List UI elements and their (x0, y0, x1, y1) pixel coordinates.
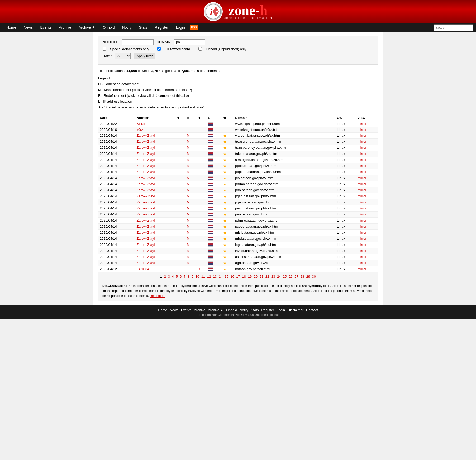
pagination-page[interactable]: 10 (196, 275, 199, 279)
pagination-page[interactable]: 14 (219, 275, 222, 279)
notifier-link[interactable]: Zarox~Ztayli (136, 182, 155, 186)
mirror-link[interactable]: mirror (358, 218, 366, 222)
mass-link[interactable]: M (187, 218, 190, 222)
pagination-page[interactable]: 12 (207, 275, 211, 279)
domain-link[interactable]: peso.bataan.gov.ph/zx.htm (235, 206, 276, 210)
notifier-link[interactable]: Zarox~Ztayli (136, 261, 155, 265)
pagination-page[interactable]: 16 (230, 275, 234, 279)
footer-register[interactable]: Register (261, 308, 274, 312)
mass-link[interactable]: M (187, 200, 190, 204)
mirror-link[interactable]: mirror (358, 249, 366, 253)
notifier-link[interactable]: Zarox~Ztayli (136, 146, 155, 150)
domain-link[interactable]: peo.bataan.gov.ph/zx.htm (235, 212, 274, 216)
search-input[interactable] (434, 24, 473, 31)
domain-link[interactable]: warden.bataan.gov.ph/zx.htm (235, 133, 280, 137)
mass-link[interactable]: M (187, 194, 190, 198)
mass-link[interactable]: M (187, 212, 190, 216)
mirror-link[interactable]: mirror (358, 261, 366, 265)
mass-link[interactable]: M (187, 140, 190, 143)
notifier-link[interactable]: Zarox~Ztayli (136, 231, 155, 234)
mirror-link[interactable]: mirror (358, 176, 366, 180)
mirror-link[interactable]: mirror (358, 152, 366, 156)
fulltext-checkbox[interactable] (157, 47, 161, 51)
mass-link[interactable]: M (187, 146, 190, 150)
mass-link[interactable]: M (187, 255, 190, 259)
redef-link[interactable]: R (198, 267, 200, 271)
pagination-page[interactable]: 25 (283, 275, 287, 279)
footer-notify[interactable]: Notify (240, 308, 248, 312)
notifier-link[interactable]: Zarox~Ztayli (136, 140, 155, 143)
date-select[interactable]: ALL 2020 2019 (115, 53, 131, 59)
mirror-link[interactable]: mirror (358, 182, 366, 186)
notifier-link[interactable]: Zarox~Ztayli (136, 158, 155, 162)
mirror-link[interactable]: mirror (358, 170, 366, 174)
pagination-page[interactable]: 8 (188, 275, 189, 279)
domain-link[interactable]: phrmo.bataan.gov.ph/zx.htm (235, 182, 278, 186)
notifier-link[interactable]: x0rz (136, 128, 143, 132)
domain-link[interactable]: transparency.bataan.gov.ph/zx.htm (235, 146, 288, 150)
domain-link[interactable]: www.plpasig.edu.ph/kent.html (235, 122, 280, 126)
mass-link[interactable]: M (187, 152, 190, 156)
mass-link[interactable]: M (187, 237, 190, 241)
mirror-link[interactable]: mirror (358, 237, 366, 241)
pagination-page[interactable]: 20 (254, 275, 258, 279)
domain-link[interactable]: popcom.bataan.gov.ph/zx.htm (235, 170, 281, 174)
domain-link[interactable]: mis.bataan.gov.ph/zx.htm (235, 231, 274, 234)
pagination-page[interactable]: 13 (213, 275, 217, 279)
mirror-link[interactable]: mirror (358, 243, 366, 247)
domain-link[interactable]: pdrrmo.bataan.gov.ph/zx.htm (235, 218, 279, 222)
domain-link[interactable]: bataan.gov.ph/sell.html (235, 267, 270, 271)
mass-link[interactable]: M (187, 170, 190, 174)
mirror-link[interactable]: mirror (358, 267, 366, 271)
mass-link[interactable]: M (187, 249, 190, 253)
mass-link[interactable]: M (187, 206, 190, 210)
footer-onhold[interactable]: Onhold (226, 308, 237, 312)
mirror-link[interactable]: mirror (358, 140, 366, 143)
domain-link[interactable]: pcedo.bataan.gov.ph/zx.htm (235, 224, 278, 228)
mirror-link[interactable]: mirror (358, 200, 366, 204)
pagination-page[interactable]: 6 (180, 275, 182, 279)
mirror-link[interactable]: mirror (358, 212, 366, 216)
rss-icon[interactable]: RSS (190, 25, 198, 30)
notifier-link[interactable]: Zarox~Ztayli (136, 249, 155, 253)
read-more-link[interactable]: Read more (150, 294, 165, 298)
nav-archive-star[interactable]: Archive ★ (75, 23, 99, 32)
pagination-page[interactable]: 19 (248, 275, 252, 279)
pagination-page[interactable]: 24 (277, 275, 281, 279)
pagination-page[interactable]: 21 (260, 275, 263, 279)
pagination-page[interactable]: 7 (184, 275, 185, 279)
domain-link[interactable]: pio.bataan.gov.ph/zx.htm (235, 176, 273, 180)
notifier-link[interactable]: Zarox~Ztayli (136, 255, 155, 259)
mirror-link[interactable]: mirror (358, 158, 366, 162)
pagination-page[interactable]: 26 (289, 275, 292, 279)
notifier-link[interactable]: Zarox~Ztayli (136, 164, 155, 168)
notifier-link[interactable]: Zarox~Ztayli (136, 224, 155, 228)
domain-link[interactable]: legal.bataan.gov.ph/zx.htm (235, 243, 276, 247)
notifier-link[interactable]: Zarox~Ztayli (136, 176, 155, 180)
nav-notify[interactable]: Notify (118, 23, 135, 32)
notifier-link[interactable]: Zarox~Ztayli (136, 188, 155, 192)
notifier-link[interactable]: Zarox~Ztayli (136, 152, 155, 156)
domain-link[interactable]: pgenro.bataan.gov.ph/zx.htm (235, 200, 279, 204)
domain-link[interactable]: ppdo.bataan.gov.ph/zx.htm (235, 164, 276, 168)
pagination-page[interactable]: 18 (242, 275, 246, 279)
mass-link[interactable]: M (187, 224, 190, 228)
pagination-page[interactable]: 17 (236, 275, 240, 279)
footer-stats[interactable]: Stats (251, 308, 259, 312)
domain-link[interactable]: pgso.bataan.gov.ph/zx.htm (235, 194, 276, 198)
footer-archive-star[interactable]: Archive ★ (208, 308, 223, 312)
mirror-link[interactable]: mirror (358, 255, 366, 259)
footer-events[interactable]: Events (181, 308, 192, 312)
pagination-page[interactable]: 5 (176, 275, 178, 279)
notifier-link[interactable]: L4NC34 (136, 267, 149, 271)
domain-link[interactable]: pho.bataan.gov.ph/zx.htm (235, 188, 274, 192)
notifier-link[interactable]: Zarox~Ztayli (136, 170, 155, 174)
notifier-link[interactable]: Zarox~Ztayli (136, 133, 155, 137)
nav-register[interactable]: Register (151, 23, 172, 32)
notifier-input[interactable] (122, 39, 154, 45)
pagination-page[interactable]: 3 (168, 275, 170, 279)
mirror-link[interactable]: mirror (358, 128, 366, 132)
domain-link[interactable]: treasurer.bataan.gov.ph/zx.htm (235, 140, 282, 143)
mass-link[interactable]: M (187, 182, 190, 186)
domain-link[interactable]: takbo.bataan.gov.ph/zx.htm (235, 152, 277, 156)
